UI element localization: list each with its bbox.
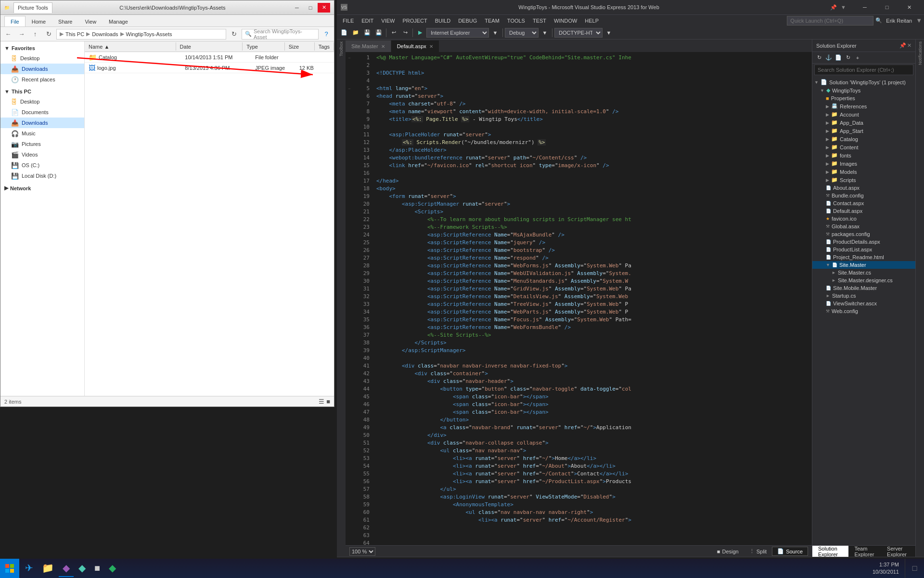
- vs-tree-contact[interactable]: 📄 Contact.aspx: [812, 199, 915, 207]
- sidebar-item-pictures[interactable]: 📷 Pictures: [0, 139, 84, 149]
- vs-browser-select[interactable]: Internet Explorer: [426, 28, 489, 38]
- vs-minimize-button[interactable]: ─: [854, 0, 876, 14]
- vs-doctype-dropdown[interactable]: ▼: [603, 27, 614, 38]
- vs-close-button[interactable]: ✕: [898, 0, 920, 14]
- sidebar-item-downloads2[interactable]: 📥 Downloads: [0, 118, 84, 128]
- vs-panel-pin-icon[interactable]: 📌: [899, 42, 906, 49]
- vs-code-content[interactable]: <%@ Master Language="C#" AutoEventWireup…: [372, 52, 812, 545]
- taskbar-item-misc1[interactable]: ■: [90, 560, 104, 577]
- vs-tree-project[interactable]: ▼ ◆ WingtipToys: [812, 86, 915, 94]
- vs-tree-about[interactable]: 📄 About.aspx: [812, 184, 915, 192]
- fe-close-button[interactable]: ✕: [318, 3, 330, 13]
- vs-menu-test[interactable]: TEST: [529, 15, 550, 26]
- tab-site-master-close[interactable]: ✕: [381, 44, 385, 49]
- vs-tree-sitemaster-designer[interactable]: ► Site.Master.designer.cs: [812, 276, 915, 284]
- fe-network-header[interactable]: ▶ Network: [0, 183, 84, 193]
- vs-tree-startup[interactable]: ► Startup.cs: [812, 292, 915, 300]
- fe-favorites-header[interactable]: ▼ Favorites: [0, 43, 84, 53]
- vs-sol-properties-button[interactable]: ⚓: [824, 53, 834, 63]
- vs-panel-tab-solution[interactable]: Solution Explorer: [812, 546, 848, 557]
- fe-tab-home[interactable]: Home: [26, 16, 52, 26]
- vs-tree-appstart[interactable]: ▶ 📁 App_Start: [812, 127, 915, 135]
- vs-tree-productlist[interactable]: 📄 ProductList.aspx: [812, 246, 915, 253]
- tab-site-master[interactable]: Site.Master ✕: [346, 40, 391, 52]
- vs-tree-viewswitcher[interactable]: 📄 ViewSwitcher.ascx: [812, 300, 915, 307]
- vs-view-tab-source[interactable]: 📄 Source: [772, 547, 808, 556]
- vs-sol-showallfiles-button[interactable]: 📄: [834, 53, 843, 63]
- vs-tree-models[interactable]: ▶ 📁 Models: [812, 168, 915, 176]
- sidebar-item-localdisk[interactable]: 💾 Local Disk (D:): [0, 171, 84, 181]
- fe-tab-share[interactable]: Share: [52, 16, 78, 26]
- table-row[interactable]: 📁 Catalog 10/14/2013 1:51 PM File folder: [85, 52, 334, 63]
- fe-maximize-button[interactable]: □: [304, 3, 317, 13]
- fe-address-refresh[interactable]: ↻: [228, 29, 240, 39]
- vs-tree-default[interactable]: 📄 Default.aspx: [812, 207, 915, 215]
- start-button[interactable]: [0, 559, 19, 578]
- vs-save-button[interactable]: 💾: [362, 27, 372, 38]
- taskbar-item-vs[interactable]: ◆: [59, 560, 74, 577]
- fe-minimize-button[interactable]: ─: [291, 3, 303, 13]
- fe-col-name[interactable]: Name ▲: [85, 42, 176, 51]
- vs-tree-bundleconfig[interactable]: ⚒ Bundle.config: [812, 192, 915, 199]
- vs-user-dropdown-icon[interactable]: ▼: [916, 17, 922, 24]
- vs-zoom-select[interactable]: 100 %: [349, 547, 375, 556]
- vs-panel-tab-team[interactable]: Team Explorer: [848, 546, 881, 557]
- fe-col-date[interactable]: Date: [176, 42, 243, 51]
- vs-sol-refresh-button[interactable]: ↻: [843, 53, 853, 63]
- vs-sol-sync-button[interactable]: ↻: [814, 53, 824, 63]
- vs-tree-appdata[interactable]: ▶ 📁 App_Data: [812, 118, 915, 127]
- fe-col-tags[interactable]: Tags: [315, 42, 334, 51]
- vs-menu-project[interactable]: PROJECT: [398, 15, 431, 26]
- sidebar-item-desktop[interactable]: 🗄 Desktop: [0, 53, 84, 64]
- fe-forward-button[interactable]: →: [16, 29, 27, 39]
- vs-dropdown-button[interactable]: ▼: [841, 4, 846, 10]
- vs-new-project-button[interactable]: 📄: [339, 27, 349, 38]
- vs-solution-search[interactable]: [814, 65, 913, 75]
- vs-tree-sitemaster[interactable]: ▼ 📄 Site.Master: [812, 261, 915, 269]
- vs-redo-button[interactable]: ↪: [400, 27, 411, 38]
- vs-menu-team[interactable]: TEAM: [481, 15, 503, 26]
- fe-col-type[interactable]: Type: [243, 42, 285, 51]
- vs-tree-global[interactable]: ⚒ Global.asax: [812, 223, 915, 230]
- vs-tree-packages[interactable]: ⚒ packages.config: [812, 230, 915, 238]
- vs-panel-tab-server[interactable]: Server Explorer: [881, 546, 915, 557]
- sidebar-item-downloads[interactable]: 📥 Downloads: [0, 64, 84, 74]
- sidebar-item-pc-desktop[interactable]: 🗄 Desktop: [0, 96, 84, 107]
- taskbar-item-vs2[interactable]: ◆: [75, 560, 90, 577]
- vs-tree-sitemobilemaster[interactable]: 📄 Site.Mobile.Master: [812, 284, 915, 292]
- vs-menu-debug[interactable]: DEBUG: [454, 15, 481, 26]
- tab-default-aspx-close[interactable]: ✕: [429, 44, 433, 49]
- vs-menu-tools[interactable]: TOOLS: [503, 15, 529, 26]
- fold-2[interactable]: −: [346, 85, 353, 92]
- vs-tree-solution[interactable]: ▼ 📄 Solution 'WingtipToys' (1 project): [812, 78, 915, 86]
- vs-open-button[interactable]: 📁: [350, 27, 361, 38]
- vs-tree-scripts[interactable]: ▶ 📁 Scripts: [812, 176, 915, 184]
- vs-menu-file[interactable]: FILE: [339, 15, 358, 26]
- fe-icon-view-button[interactable]: ■: [326, 398, 330, 405]
- vs-pin-button[interactable]: 📌: [830, 4, 837, 11]
- fe-back-button[interactable]: ←: [2, 29, 14, 39]
- fe-list-view-button[interactable]: ☰: [319, 398, 324, 405]
- vs-tree-references[interactable]: ▶ 📇 References: [812, 102, 915, 110]
- vs-menu-build[interactable]: BUILD: [431, 15, 454, 26]
- fe-search-box[interactable]: 🔍 Search WingtipToys-Asset: [242, 29, 319, 39]
- fe-tab-view[interactable]: View: [78, 16, 103, 26]
- vs-tree-readme[interactable]: 📄 Project_Readme.html: [812, 253, 915, 261]
- vs-quicklaunch-input[interactable]: [787, 16, 873, 26]
- vs-tree-content[interactable]: ▶ 📁 Content: [812, 143, 915, 151]
- fe-tab-manage[interactable]: Manage: [103, 16, 134, 26]
- vs-maximize-button[interactable]: □: [876, 0, 898, 14]
- vs-tree-catalog[interactable]: ▶ 📁 Catalog: [812, 135, 915, 143]
- fe-breadcrumb[interactable]: ▶ This PC ▶ Downloads ▶ WingtipToys-Asse…: [56, 29, 226, 39]
- tab-default-aspx[interactable]: Default.aspx ✕: [391, 40, 439, 52]
- fold-1[interactable]: −: [346, 54, 353, 62]
- vs-tree-sitemaster-cs[interactable]: ► Site.Master.cs: [812, 269, 915, 276]
- sidebar-item-recent[interactable]: 🕐 Recent places: [0, 74, 84, 85]
- table-row[interactable]: 🖼 logo.jpg 8/13/2013 4:36 PM JPEG image …: [85, 63, 334, 73]
- vs-save-all-button[interactable]: 💾: [373, 27, 384, 38]
- vs-view-tab-split[interactable]: ⋮ Split: [744, 547, 772, 556]
- taskbar-item-misc2[interactable]: ◆: [105, 560, 120, 577]
- sidebar-item-music[interactable]: 🎧 Music: [0, 128, 84, 139]
- fe-tab-file[interactable]: File: [4, 16, 26, 26]
- vs-menu-view[interactable]: VIEW: [377, 15, 398, 26]
